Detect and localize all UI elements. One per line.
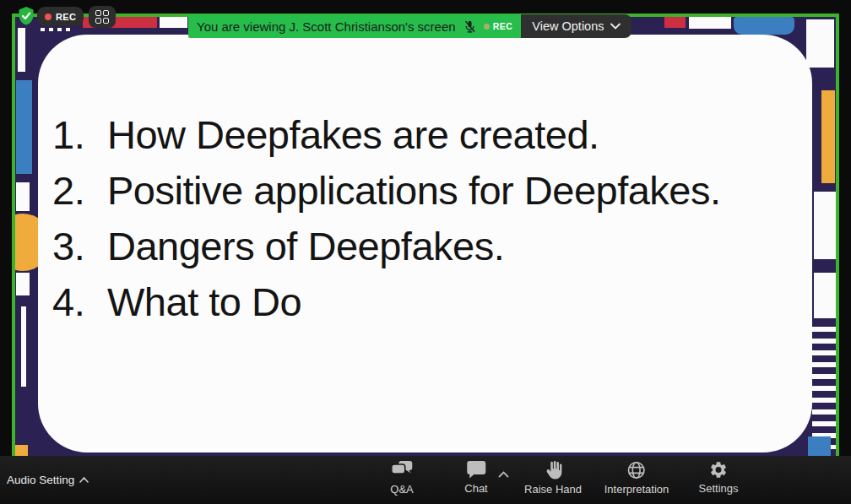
shared-screen: 1. How Deepfakes are created. 2. Positiv…: [12, 14, 839, 459]
recording-indicator: REC: [37, 7, 84, 26]
decor-shape: [57, 28, 62, 31]
shield-check-icon: [17, 6, 35, 26]
list-item: 2. Positive applications for Deepfakes.: [38, 163, 782, 219]
list-item: 3. Dangers of Deepfakes.: [38, 219, 782, 274]
chevron-up-icon: [79, 477, 89, 483]
audio-setting-label: Audio Setting: [7, 474, 74, 486]
raise-hand-button[interactable]: Raise Hand: [524, 460, 582, 496]
chevron-up-icon: [498, 471, 509, 478]
decor-shape: [16, 273, 30, 295]
toolbar-item-label: Settings: [699, 482, 739, 495]
list-item-text: Dangers of Deepfakes.: [107, 224, 504, 268]
list-item-number: 4.: [52, 274, 84, 330]
decor-shape: [664, 17, 686, 28]
decor-shape: [160, 17, 187, 28]
list-item-text: What to Do: [107, 279, 301, 324]
chat-menu-caret[interactable]: [498, 466, 509, 481]
recording-label: REC: [493, 21, 513, 31]
decor-shape: [18, 28, 25, 72]
list-item: 4. What to Do: [38, 274, 782, 330]
list-item-number: 3.: [52, 219, 84, 274]
decor-shape: [15, 445, 28, 456]
decor-shape: [16, 80, 32, 174]
toolbar-item-label: Chat: [464, 482, 487, 495]
list-item-number: 1.: [52, 107, 84, 163]
raised-hand-icon: [544, 460, 562, 480]
list-item-text: Positive applications for Deepfakes.: [107, 168, 721, 213]
decor-shape: [808, 436, 831, 456]
microphone-muted-icon: [463, 19, 477, 34]
list-item-text: How Deepfakes are created.: [107, 112, 599, 157]
decor-shape: [41, 28, 45, 31]
qa-bubbles-icon: [391, 460, 413, 480]
viewing-notification: You are viewing J. Scott Christianson's …: [188, 14, 521, 38]
decor-shape: [49, 28, 53, 31]
slide-numbered-list: 1. How Deepfakes are created. 2. Positiv…: [38, 35, 812, 330]
gear-icon: [708, 460, 728, 480]
zoom-meeting-window: 1. How Deepfakes are created. 2. Positiv…: [0, 0, 851, 504]
banner-recording-badge: REC: [484, 21, 513, 31]
presentation-slide: 1. How Deepfakes are created. 2. Positiv…: [38, 35, 812, 453]
toolbar-item-label: Q&A: [390, 483, 413, 496]
view-options-label: View Options: [532, 19, 604, 33]
decor-shape: [689, 17, 731, 29]
gallery-view-button[interactable]: [89, 6, 116, 28]
decor-shape: [66, 28, 70, 31]
audio-setting-button[interactable]: Audio Setting: [7, 456, 89, 504]
settings-button[interactable]: Settings: [699, 460, 739, 495]
viewing-notification-text: You are viewing J. Scott Christianson's …: [197, 19, 456, 34]
decor-shape: [814, 192, 836, 259]
qa-button[interactable]: Q&A: [390, 460, 413, 496]
globe-icon: [626, 460, 647, 480]
security-shield-button[interactable]: [17, 6, 35, 26]
decor-shape: [21, 306, 26, 387]
chat-button[interactable]: Chat: [464, 460, 487, 495]
list-item: 1. How Deepfakes are created.: [38, 107, 782, 163]
decor-shape: [734, 17, 794, 35]
meeting-toolbar: Audio Setting Q&A Chat: [0, 456, 851, 504]
toolbar-item-label: Raise Hand: [524, 483, 582, 496]
decor-shape: [814, 273, 836, 318]
chevron-down-icon: [610, 23, 621, 30]
recording-label: REC: [56, 12, 76, 22]
chat-bubble-icon: [466, 460, 486, 480]
interpretation-button[interactable]: Interpretation: [604, 460, 669, 496]
decor-shape: [821, 90, 835, 183]
decor-shape: [812, 327, 836, 449]
recording-dot-icon: [45, 14, 51, 20]
gallery-grid-icon: [95, 10, 109, 24]
toolbar-item-label: Interpretation: [604, 483, 669, 496]
view-options-button[interactable]: View Options: [521, 14, 631, 38]
screen-share-banner: You are viewing J. Scott Christianson's …: [188, 14, 631, 38]
list-item-number: 2.: [52, 163, 84, 219]
recording-dot-icon: [484, 24, 490, 30]
decor-shape: [16, 182, 30, 211]
